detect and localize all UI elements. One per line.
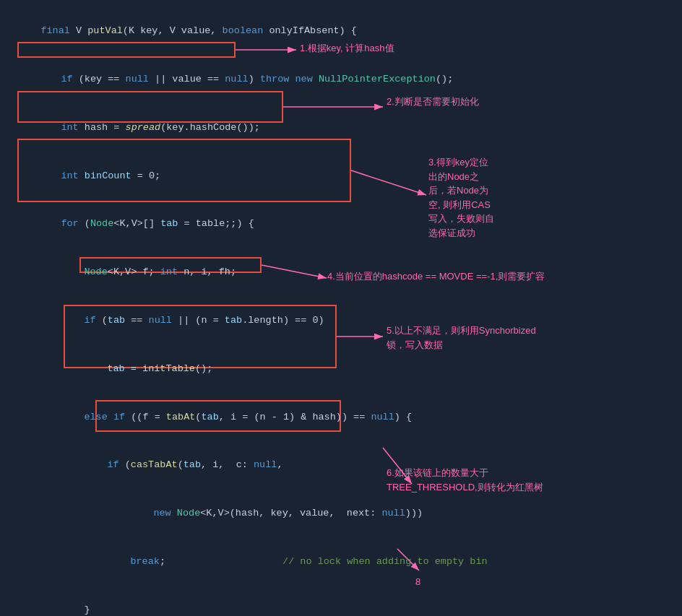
code-line-2: if (key == null || value == null) throw … (14, 56, 682, 104)
annotation-6: 6.如果该链上的数量大于 TREE_THRESHOLD,则转化为红黑树 (387, 466, 543, 494)
code-line-13: } (14, 586, 682, 616)
annotation-5: 5.以上不满足，则利用Synchorbized 锁，写入数据 (387, 324, 536, 352)
code-line-9: else if ((f = tabAt(tab, i = (n - 1) & h… (14, 393, 682, 441)
code-line-7: if (tab == null || (n = tab.length) == 0… (14, 297, 682, 345)
code-container: final V putVal(K key, V value, boolean o… (0, 0, 682, 616)
annotation-4: 4.当前位置的hashcode == MOVDE ==-1,则需要扩容 (327, 269, 545, 284)
annotation-7: 8 (415, 574, 420, 589)
annotation-1: 1.根据key, 计算hash值 (300, 40, 394, 56)
annotation-2: 2.判断是否需要初始化 (387, 94, 479, 109)
code-line-4: int binCount = 0; (14, 152, 682, 200)
code-line-5: for (Node<K,V>[] tab = table;;) { (14, 200, 682, 248)
annotation-3: 3.得到key定位 出的Node之 后，若Node为 空, 则利用CAS 写入，… (428, 155, 494, 240)
code-line-10: if (casTabAt(tab, i, c: null, (14, 441, 682, 490)
code-line-8: tab = initTable(); (14, 345, 682, 394)
code-line-11: new Node<K,V>(hash, key, value, next: nu… (14, 490, 682, 538)
code-line-3: int hash = spread(key.hashCode()); (14, 104, 682, 152)
code-line-12: break; // no lock when adding to empty b… (14, 538, 682, 586)
